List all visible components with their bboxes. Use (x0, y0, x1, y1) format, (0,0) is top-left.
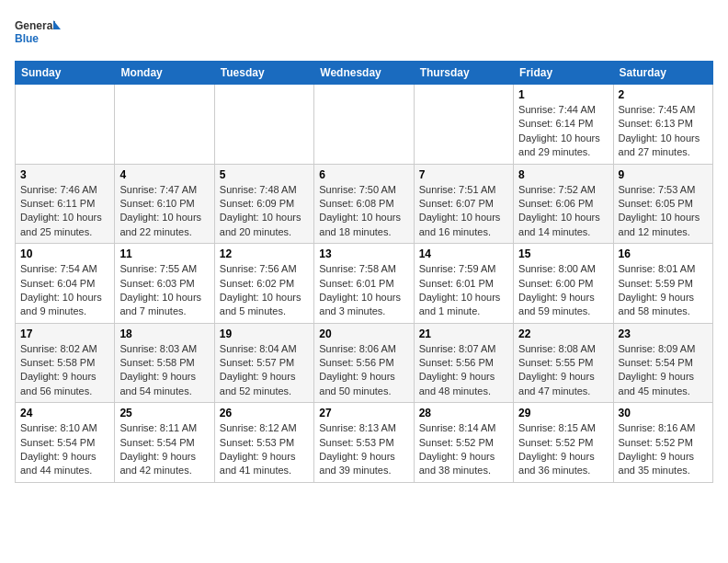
calendar-cell-w2d0: 10Sunrise: 7:54 AMSunset: 6:04 PMDayligh… (16, 244, 115, 324)
day-number: 1 (518, 88, 608, 101)
day-number: 23 (619, 327, 708, 340)
day-info: Sunrise: 8:10 AMSunset: 5:54 PMDaylight:… (20, 421, 109, 478)
day-info: Sunrise: 8:08 AMSunset: 5:55 PMDaylight:… (518, 342, 608, 399)
day-number: 16 (619, 247, 708, 260)
day-number: 13 (319, 247, 408, 260)
calendar-cell-w1d6: 9Sunrise: 7:53 AMSunset: 6:05 PMDaylight… (613, 164, 712, 244)
calendar-cell-w4d5: 29Sunrise: 8:15 AMSunset: 5:52 PMDayligh… (514, 403, 613, 483)
day-number: 28 (419, 407, 508, 419)
day-number: 19 (220, 327, 309, 340)
weekday-header-sunday: Sunday (16, 62, 115, 85)
calendar-cell-w3d4: 21Sunrise: 8:07 AMSunset: 5:56 PMDayligh… (414, 323, 513, 403)
day-info: Sunrise: 8:09 AMSunset: 5:54 PMDaylight:… (619, 342, 708, 399)
day-number: 6 (319, 168, 408, 181)
weekday-header-thursday: Thursday (414, 62, 513, 85)
calendar-cell-w0d5: 1Sunrise: 7:44 AMSunset: 6:14 PMDaylight… (514, 85, 613, 165)
day-info: Sunrise: 7:53 AMSunset: 6:05 PMDaylight:… (619, 183, 708, 240)
svg-text:General: General (15, 19, 56, 32)
calendar-cell-w0d6: 2Sunrise: 7:45 AMSunset: 6:13 PMDaylight… (613, 85, 712, 165)
calendar-cell-w3d2: 19Sunrise: 8:04 AMSunset: 5:57 PMDayligh… (214, 323, 313, 403)
day-number: 25 (119, 407, 209, 419)
calendar-cell-w1d1: 4Sunrise: 7:47 AMSunset: 6:10 PMDaylight… (115, 164, 214, 244)
day-info: Sunrise: 8:02 AMSunset: 5:58 PMDaylight:… (20, 342, 109, 399)
day-number: 4 (119, 168, 209, 181)
day-number: 30 (619, 407, 708, 419)
day-number: 12 (220, 247, 309, 260)
calendar-cell-w4d0: 24Sunrise: 8:10 AMSunset: 5:54 PMDayligh… (16, 403, 115, 483)
weekday-header-wednesday: Wednesday (314, 62, 414, 85)
day-info: Sunrise: 8:13 AMSunset: 5:53 PMDaylight:… (319, 421, 408, 478)
day-info: Sunrise: 7:45 AMSunset: 6:13 PMDaylight:… (619, 103, 708, 160)
calendar-cell-w2d5: 15Sunrise: 8:00 AMSunset: 6:00 PMDayligh… (514, 244, 613, 324)
weekday-header-friday: Friday (514, 62, 613, 85)
day-number: 29 (518, 407, 608, 419)
calendar-cell-w2d4: 14Sunrise: 7:59 AMSunset: 6:01 PMDayligh… (414, 244, 513, 324)
day-number: 22 (518, 327, 608, 340)
day-number: 18 (119, 327, 209, 340)
weekday-header-saturday: Saturday (613, 62, 712, 85)
calendar-cell-w4d3: 27Sunrise: 8:13 AMSunset: 5:53 PMDayligh… (314, 403, 414, 483)
calendar-cell-w4d1: 25Sunrise: 8:11 AMSunset: 5:54 PMDayligh… (115, 403, 214, 483)
day-info: Sunrise: 7:55 AMSunset: 6:03 PMDaylight:… (119, 262, 209, 319)
day-number: 9 (619, 168, 708, 181)
day-info: Sunrise: 7:51 AMSunset: 6:07 PMDaylight:… (419, 183, 508, 240)
day-number: 5 (220, 168, 309, 181)
day-number: 8 (518, 168, 608, 181)
day-number: 20 (319, 327, 408, 340)
day-info: Sunrise: 7:59 AMSunset: 6:01 PMDaylight:… (419, 262, 508, 319)
calendar-cell-w0d2 (214, 85, 313, 165)
day-number: 11 (119, 247, 209, 260)
day-number: 15 (518, 247, 608, 260)
day-info: Sunrise: 8:11 AMSunset: 5:54 PMDaylight:… (119, 421, 209, 478)
calendar-cell-w4d6: 30Sunrise: 8:16 AMSunset: 5:52 PMDayligh… (613, 403, 712, 483)
weekday-header-tuesday: Tuesday (214, 62, 313, 85)
day-info: Sunrise: 8:06 AMSunset: 5:56 PMDaylight:… (319, 342, 408, 399)
weekday-header-monday: Monday (115, 62, 214, 85)
calendar-cell-w3d3: 20Sunrise: 8:06 AMSunset: 5:56 PMDayligh… (314, 323, 414, 403)
day-info: Sunrise: 8:12 AMSunset: 5:53 PMDaylight:… (220, 421, 309, 478)
day-info: Sunrise: 8:16 AMSunset: 5:52 PMDaylight:… (619, 421, 708, 478)
day-number: 2 (619, 88, 708, 101)
day-info: Sunrise: 7:56 AMSunset: 6:02 PMDaylight:… (220, 262, 309, 319)
calendar-cell-w3d6: 23Sunrise: 8:09 AMSunset: 5:54 PMDayligh… (613, 323, 712, 403)
calendar-cell-w0d4 (414, 85, 513, 165)
day-info: Sunrise: 7:46 AMSunset: 6:11 PMDaylight:… (20, 183, 109, 240)
day-info: Sunrise: 7:47 AMSunset: 6:10 PMDaylight:… (119, 183, 209, 240)
day-number: 27 (319, 407, 408, 419)
calendar-cell-w2d3: 13Sunrise: 7:58 AMSunset: 6:01 PMDayligh… (314, 244, 414, 324)
calendar-cell-w1d3: 6Sunrise: 7:50 AMSunset: 6:08 PMDaylight… (314, 164, 414, 244)
day-info: Sunrise: 7:54 AMSunset: 6:04 PMDaylight:… (20, 262, 109, 319)
day-number: 17 (20, 327, 109, 340)
logo: General Blue (15, 15, 61, 53)
day-info: Sunrise: 8:00 AMSunset: 6:00 PMDaylight:… (518, 262, 608, 319)
day-info: Sunrise: 8:04 AMSunset: 5:57 PMDaylight:… (220, 342, 309, 399)
day-number: 26 (220, 407, 309, 419)
day-info: Sunrise: 8:15 AMSunset: 5:52 PMDaylight:… (518, 421, 608, 478)
calendar-cell-w0d3 (314, 85, 414, 165)
svg-text:Blue: Blue (15, 32, 39, 45)
day-info: Sunrise: 7:58 AMSunset: 6:01 PMDaylight:… (319, 262, 408, 319)
day-info: Sunrise: 7:44 AMSunset: 6:14 PMDaylight:… (518, 103, 608, 160)
day-number: 21 (419, 327, 508, 340)
calendar-cell-w1d4: 7Sunrise: 7:51 AMSunset: 6:07 PMDaylight… (414, 164, 513, 244)
calendar-cell-w3d0: 17Sunrise: 8:02 AMSunset: 5:58 PMDayligh… (16, 323, 115, 403)
calendar-cell-w4d2: 26Sunrise: 8:12 AMSunset: 5:53 PMDayligh… (214, 403, 313, 483)
calendar-cell-w2d1: 11Sunrise: 7:55 AMSunset: 6:03 PMDayligh… (115, 244, 214, 324)
day-number: 10 (20, 247, 109, 260)
calendar-cell-w2d6: 16Sunrise: 8:01 AMSunset: 5:59 PMDayligh… (613, 244, 712, 324)
calendar-cell-w4d4: 28Sunrise: 8:14 AMSunset: 5:52 PMDayligh… (414, 403, 513, 483)
calendar-cell-w0d1 (115, 85, 214, 165)
logo-svg: General Blue (15, 15, 61, 53)
calendar-cell-w3d5: 22Sunrise: 8:08 AMSunset: 5:55 PMDayligh… (514, 323, 613, 403)
day-number: 14 (419, 247, 508, 260)
day-info: Sunrise: 8:03 AMSunset: 5:58 PMDaylight:… (119, 342, 209, 399)
day-info: Sunrise: 8:01 AMSunset: 5:59 PMDaylight:… (619, 262, 708, 319)
calendar-cell-w1d0: 3Sunrise: 7:46 AMSunset: 6:11 PMDaylight… (16, 164, 115, 244)
day-number: 3 (20, 168, 109, 181)
day-number: 24 (20, 407, 109, 419)
calendar-cell-w1d5: 8Sunrise: 7:52 AMSunset: 6:06 PMDaylight… (514, 164, 613, 244)
calendar-cell-w0d0 (16, 85, 115, 165)
day-info: Sunrise: 7:50 AMSunset: 6:08 PMDaylight:… (319, 183, 408, 240)
day-info: Sunrise: 8:07 AMSunset: 5:56 PMDaylight:… (419, 342, 508, 399)
day-info: Sunrise: 8:14 AMSunset: 5:52 PMDaylight:… (419, 421, 508, 478)
